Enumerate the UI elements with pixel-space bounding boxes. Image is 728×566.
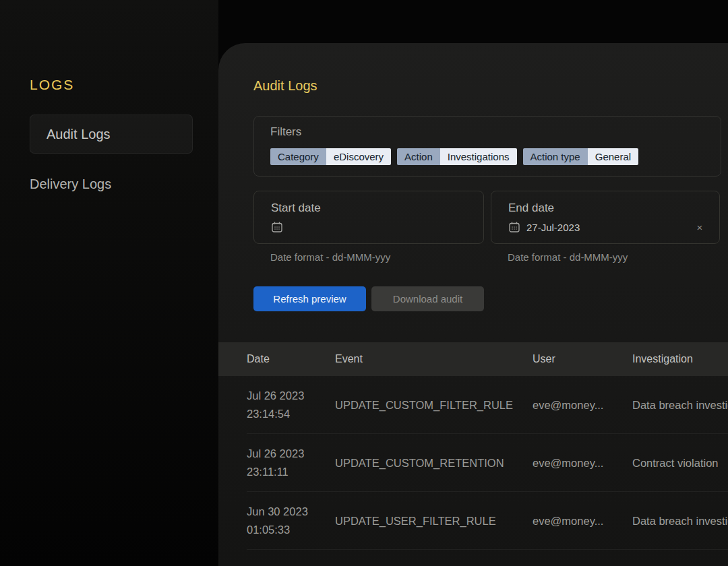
cell-user: eve@money...: [533, 515, 632, 528]
column-header-user: User: [533, 353, 632, 365]
cell-date: Jul 26 2023 23:14:54: [247, 387, 335, 423]
refresh-preview-button[interactable]: Refresh preview: [253, 286, 366, 311]
page-title: Audit Logs: [253, 78, 317, 94]
table-row: Jun 30 2023 01:05:33 UPDATE_USER_FILTER_…: [218, 492, 728, 550]
chip-value: Investigations: [440, 148, 517, 165]
chip-value: eDiscovery: [326, 148, 391, 165]
sidebar-item-label: Audit Logs: [47, 127, 111, 142]
column-header-event: Event: [335, 353, 533, 365]
action-buttons: Refresh preview Download audit: [253, 286, 484, 311]
column-header-investigation: Investigation: [632, 353, 728, 365]
filters-label: Filters: [270, 125, 301, 139]
table-row: Jul 26 2023 23:11:11 UPDATE_CUSTOM_RETEN…: [218, 434, 728, 492]
cell-date: Jun 30 2023 01:05:33: [247, 503, 335, 539]
column-header-date: Date: [247, 353, 335, 365]
start-date-format-hint: Date format - dd-MMM-yyy: [270, 251, 390, 263]
clear-end-date-icon[interactable]: ×: [692, 220, 707, 234]
filter-chip-category[interactable]: Category eDiscovery: [270, 148, 391, 165]
cell-event: UPDATE_CUSTOM_FILTER_RULE: [335, 399, 533, 412]
chip-value: General: [588, 148, 638, 165]
audit-logs-panel: Audit Logs Filters Category eDiscovery A…: [218, 43, 728, 566]
calendar-icon: [508, 221, 520, 233]
cell-event: UPDATE_USER_FILTER_RULE: [335, 515, 533, 528]
end-date-label: End date: [508, 201, 706, 215]
filter-chip-action[interactable]: Action Investigations: [397, 148, 516, 165]
end-date-field[interactable]: End date 27-Jul-2023 ×: [491, 191, 720, 244]
audit-log-table: Date Event User Investigation Jul 26 202…: [218, 342, 728, 550]
filter-chips: Category eDiscovery Action Investigation…: [270, 148, 638, 165]
chip-name: Action: [397, 148, 440, 165]
end-date-value: 27-Jul-2023: [526, 222, 580, 233]
cell-investigation: Data breach investigation: [632, 399, 728, 412]
cell-investigation: Contract violation: [632, 457, 728, 470]
sidebar-item-delivery-logs[interactable]: Delivery Logs: [30, 174, 111, 195]
filters-panel: Filters Category eDiscovery Action Inves…: [253, 116, 721, 177]
cell-date: Jul 26 2023 23:11:11: [247, 445, 335, 481]
chip-name: Action type: [523, 148, 588, 165]
chip-name: Category: [270, 148, 326, 165]
cell-investigation: Data breach investigation: [632, 515, 728, 528]
cell-event: UPDATE_CUSTOM_RETENTION: [335, 457, 533, 470]
sidebar-item-audit-logs[interactable]: Audit Logs: [30, 115, 193, 154]
start-date-field[interactable]: Start date: [253, 191, 484, 244]
download-audit-button[interactable]: Download audit: [371, 286, 484, 311]
end-date-format-hint: Date format - dd-MMM-yyy: [508, 251, 628, 263]
sidebar: LOGS Audit Logs Delivery Logs: [0, 0, 218, 566]
table-header-row: Date Event User Investigation: [218, 342, 728, 376]
start-date-label: Start date: [271, 201, 470, 215]
calendar-icon: [271, 221, 283, 233]
sidebar-item-label: Delivery Logs: [30, 177, 111, 191]
cell-user: eve@money...: [533, 457, 632, 470]
cell-user: eve@money...: [533, 399, 632, 412]
filter-chip-action-type[interactable]: Action type General: [523, 148, 639, 165]
table-row: Jul 26 2023 23:14:54 UPDATE_CUSTOM_FILTE…: [218, 376, 728, 434]
sidebar-title: LOGS: [30, 77, 74, 93]
